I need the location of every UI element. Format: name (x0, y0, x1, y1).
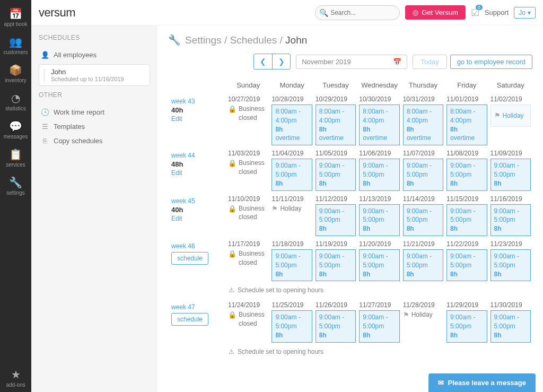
day-cell: 11/13/20199:00am - 5:00pm8h (357, 193, 401, 238)
shift-slot[interactable]: 9:00am - 5:00pm8h (403, 249, 443, 281)
shift-slot[interactable]: 9:00am - 5:00pm8h (491, 249, 531, 281)
shift-slot[interactable]: 9:00am - 5:00pm8h (446, 310, 487, 342)
today-button[interactable]: Today (413, 55, 447, 69)
shift-slot[interactable]: 9:00am - 5:00pm8h (446, 159, 487, 190)
all-employees-link[interactable]: 👤 All employees (39, 48, 150, 62)
holiday-slot[interactable]: ⚑Holiday (491, 104, 531, 127)
logo: versum (39, 6, 75, 20)
day-cell: 10/31/20198:00am - 4:00pm8h overtime (401, 93, 445, 147)
sidebar-link-work-time-report[interactable]: 🕓Work time report (39, 105, 150, 119)
shift-slot[interactable]: 9:00am - 5:00pm8h (316, 204, 356, 236)
week-label[interactable]: week 47 (171, 303, 223, 311)
shift-slot[interactable]: 9:00am - 5:00pm8h (491, 204, 531, 236)
day-date: 10/29/2019 (316, 95, 356, 103)
sidebar-link-copy-schedules[interactable]: ⎘Copy schedules (39, 134, 150, 148)
nav-settings[interactable]: 🔧settings (0, 172, 31, 200)
nav-customers[interactable]: 👥customers (0, 31, 31, 59)
day-date: 11/02/2019 (491, 95, 531, 103)
day-date: 11/29/2019 (446, 301, 487, 309)
week-label[interactable]: week 46 (171, 242, 223, 250)
closed-slot: 🔒Business closed (228, 159, 268, 181)
day-cell: 11/20/20199:00am - 5:00pm8h (357, 238, 401, 283)
get-versum-button[interactable]: ◎ Get Versum (405, 5, 466, 20)
shift-slot[interactable]: 9:00am - 5:00pm8h (491, 310, 531, 342)
holiday-slot: ⚑Holiday (403, 310, 443, 333)
shift-slot[interactable]: 9:00am - 5:00pm8h (403, 204, 443, 236)
next-month-button[interactable]: ❯ (272, 54, 290, 69)
day-cell: 11/24/2019🔒Business closed (226, 299, 270, 344)
warning-icon: ⚠ (229, 348, 234, 355)
month-nav: ❮ ❯ (253, 54, 291, 69)
shift-slot[interactable]: 9:00am - 5:00pm8h (491, 159, 531, 190)
notifications-button[interactable]: ☑ 0 (471, 7, 479, 19)
topbar: versum 🔍 ◎ Get Versum ☑ 0 Support Jo ▾ (31, 0, 543, 25)
week-edit-link[interactable]: Edit (171, 169, 223, 177)
main-panel: 🔧 Settings / Schedules / John ❮ ❯ Novemb… (157, 25, 543, 392)
nav-statistics[interactable]: ◔statistics (0, 88, 31, 116)
goto-employee-button[interactable]: go to employee record (450, 55, 532, 69)
prev-month-button[interactable]: ❮ (254, 54, 272, 69)
lock-icon: 🔒 (228, 104, 237, 114)
shift-slot[interactable]: 9:00am - 5:00pm8h (359, 310, 399, 342)
nav-messages[interactable]: 💬messages (0, 116, 31, 144)
shift-slot[interactable]: 9:00am - 5:00pm8h (359, 249, 399, 281)
day-date: 11/25/2019 (272, 301, 312, 309)
day-date: 11/16/2019 (491, 195, 531, 203)
schedule-table: SundayMondayTuesdayWednesdayThursdayFrid… (168, 77, 532, 361)
day-date: 11/03/2019 (228, 150, 268, 157)
nav-services[interactable]: 📋services (0, 144, 31, 172)
lock-icon: 🔒 (228, 310, 237, 320)
week-label[interactable]: week 45 (171, 197, 223, 205)
day-date: 10/27/2019 (228, 95, 268, 103)
chat-widget[interactable]: ✉ Please leave a message (428, 373, 536, 392)
shift-slot[interactable]: 9:00am - 5:00pm8h (446, 204, 487, 236)
day-date: 10/28/2019 (272, 95, 312, 103)
week-edit-link[interactable]: Edit (171, 215, 223, 222)
day-cell: 11/22/20199:00am - 5:00pm8h (445, 238, 488, 283)
nav-add-ons[interactable]: ★add-ons (0, 364, 31, 392)
shift-slot[interactable]: 8:00am - 4:00pm8h overtime (272, 104, 312, 145)
shift-slot[interactable]: 9:00am - 5:00pm8h (316, 159, 356, 190)
month-picker[interactable]: November 2019 📅 (296, 55, 407, 69)
shift-slot[interactable]: 9:00am - 5:00pm8h (359, 159, 399, 190)
sidebar-heading-schedules: SCHEDULES (39, 34, 150, 41)
week-label[interactable]: week 43 (171, 98, 223, 105)
nav-inventory[interactable]: 📦inventory (0, 59, 31, 88)
nav-icon: 💬 (0, 120, 31, 133)
sidebar-link-templates[interactable]: ☰Templates (39, 119, 150, 134)
shift-slot[interactable]: 9:00am - 5:00pm8h (403, 159, 443, 190)
nav-appt-book[interactable]: 📅appt book (0, 3, 31, 31)
day-date: 11/13/2019 (359, 195, 399, 203)
shift-slot[interactable]: 9:00am - 5:00pm8h (272, 249, 312, 281)
shift-slot[interactable]: 9:00am - 5:00pm8h (316, 249, 356, 281)
shift-slot[interactable]: 9:00am - 5:00pm8h (359, 204, 399, 236)
shift-slot[interactable]: 9:00am - 5:00pm8h (272, 159, 312, 190)
shift-slot[interactable]: 9:00am - 5:00pm8h (316, 310, 356, 342)
week-cell: week 4540hEdit (168, 193, 226, 238)
employee-card[interactable]: John Scheduled up to 11/16/2019 (39, 64, 150, 86)
shift-slot[interactable]: 8:00am - 4:00pm8h overtime (403, 104, 443, 145)
day-cell: 11/16/20199:00am - 5:00pm8h (489, 193, 532, 238)
day-header: Wednesday (357, 77, 401, 93)
day-date: 11/12/2019 (316, 195, 356, 203)
mail-icon: ✉ (438, 379, 444, 387)
lock-icon: 🔒 (228, 249, 237, 259)
week-schedule-button[interactable]: schedule (171, 313, 208, 326)
shift-slot[interactable]: 8:00am - 4:00pm8h overtime (316, 104, 356, 145)
day-cell: 11/18/20199:00am - 5:00pm8h (270, 238, 313, 283)
day-cell: 11/14/20199:00am - 5:00pm8h (401, 193, 445, 238)
day-date: 11/08/2019 (446, 150, 487, 157)
shift-slot[interactable]: 9:00am - 5:00pm8h (272, 310, 312, 342)
nav-icon: 🔧 (0, 176, 31, 189)
week-schedule-button[interactable]: schedule (171, 252, 208, 265)
week-edit-link[interactable]: Edit (171, 115, 223, 123)
user-menu[interactable]: Jo ▾ (514, 7, 536, 19)
week-cell: week 4340hEdit (168, 93, 226, 147)
day-date: 11/14/2019 (403, 195, 443, 203)
shift-slot[interactable]: 8:00am - 4:00pm8h overtime (446, 104, 487, 145)
day-cell: 11/30/20199:00am - 5:00pm8h (489, 299, 532, 344)
shift-slot[interactable]: 9:00am - 5:00pm8h (446, 249, 487, 281)
shift-slot[interactable]: 8:00am - 4:00pm8h overtime (359, 104, 399, 145)
week-label[interactable]: week 44 (171, 152, 223, 159)
support-link[interactable]: Support (485, 8, 509, 16)
